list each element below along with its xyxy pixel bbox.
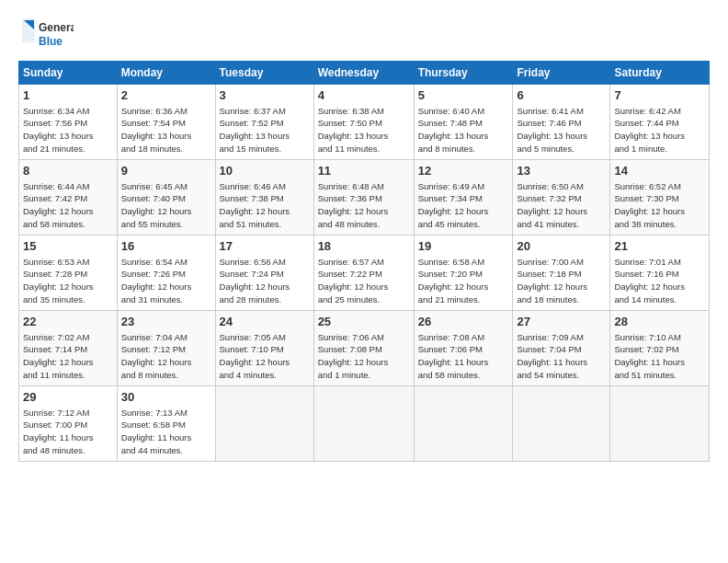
day-info: Sunrise: 6:45 AM Sunset: 7:40 PM Dayligh… [121, 181, 192, 229]
day-number: 13 [517, 163, 606, 179]
calendar-cell [215, 386, 313, 462]
day-number: 8 [23, 163, 113, 179]
day-info: Sunrise: 6:34 AM Sunset: 7:56 PM Dayligh… [23, 106, 94, 154]
calendar-cell: 8Sunrise: 6:44 AM Sunset: 7:42 PM Daylig… [19, 160, 118, 236]
calendar-cell [313, 386, 414, 462]
day-number: 11 [318, 163, 410, 179]
day-info: Sunrise: 6:37 AM Sunset: 7:52 PM Dayligh… [220, 106, 290, 154]
calendar-cell: 6Sunrise: 6:41 AM Sunset: 7:46 PM Daylig… [513, 85, 610, 160]
calendar-cell: 16Sunrise: 6:54 AM Sunset: 7:26 PM Dayli… [117, 236, 215, 311]
weekday-header-tuesday: Tuesday [215, 62, 313, 85]
day-info: Sunrise: 7:06 AM Sunset: 7:08 PM Dayligh… [318, 332, 389, 380]
calendar-cell: 18Sunrise: 6:57 AM Sunset: 7:22 PM Dayli… [313, 236, 414, 311]
calendar-cell [610, 386, 710, 462]
day-number: 6 [517, 87, 606, 104]
weekday-header-saturday: Saturday [610, 62, 710, 85]
week-row-2: 8Sunrise: 6:44 AM Sunset: 7:42 PM Daylig… [19, 160, 710, 236]
calendar-cell: 28Sunrise: 7:10 AM Sunset: 7:02 PM Dayli… [610, 311, 710, 386]
calendar-cell: 12Sunrise: 6:49 AM Sunset: 7:34 PM Dayli… [414, 160, 513, 236]
day-number: 10 [220, 163, 310, 179]
day-info: Sunrise: 6:38 AM Sunset: 7:50 PM Dayligh… [318, 106, 389, 154]
day-number: 16 [121, 238, 211, 255]
calendar-cell: 20Sunrise: 7:00 AM Sunset: 7:18 PM Dayli… [513, 236, 610, 311]
day-info: Sunrise: 6:58 AM Sunset: 7:20 PM Dayligh… [418, 257, 489, 304]
day-number: 25 [318, 314, 410, 330]
day-number: 17 [220, 238, 310, 255]
day-info: Sunrise: 6:52 AM Sunset: 7:30 PM Dayligh… [614, 181, 685, 229]
day-info: Sunrise: 6:56 AM Sunset: 7:24 PM Dayligh… [220, 257, 290, 304]
day-info: Sunrise: 6:48 AM Sunset: 7:36 PM Dayligh… [318, 181, 389, 229]
svg-text:Blue: Blue [39, 35, 63, 48]
calendar-cell: 14Sunrise: 6:52 AM Sunset: 7:30 PM Dayli… [610, 160, 710, 236]
day-info: Sunrise: 6:40 AM Sunset: 7:48 PM Dayligh… [418, 106, 489, 154]
weekday-header-row: SundayMondayTuesdayWednesdayThursdayFrid… [19, 62, 710, 85]
day-number: 19 [418, 238, 509, 255]
day-number: 5 [418, 87, 509, 104]
day-number: 28 [614, 314, 705, 330]
calendar-cell: 15Sunrise: 6:53 AM Sunset: 7:28 PM Dayli… [19, 236, 118, 311]
calendar-table: SundayMondayTuesdayWednesdayThursdayFrid… [18, 61, 710, 462]
calendar-cell: 5Sunrise: 6:40 AM Sunset: 7:48 PM Daylig… [414, 85, 513, 160]
day-number: 29 [23, 389, 113, 406]
calendar-cell: 30Sunrise: 7:13 AM Sunset: 6:58 PM Dayli… [117, 386, 215, 462]
day-number: 4 [318, 87, 410, 104]
day-info: Sunrise: 7:04 AM Sunset: 7:12 PM Dayligh… [121, 332, 192, 380]
day-info: Sunrise: 6:49 AM Sunset: 7:34 PM Dayligh… [418, 181, 489, 229]
calendar-cell: 2Sunrise: 6:36 AM Sunset: 7:54 PM Daylig… [117, 85, 215, 160]
calendar-cell: 1Sunrise: 6:34 AM Sunset: 7:56 PM Daylig… [19, 85, 118, 160]
calendar-cell: 7Sunrise: 6:42 AM Sunset: 7:44 PM Daylig… [610, 85, 710, 160]
day-number: 1 [23, 87, 113, 104]
day-info: Sunrise: 6:54 AM Sunset: 7:26 PM Dayligh… [121, 257, 192, 304]
calendar-cell: 9Sunrise: 6:45 AM Sunset: 7:40 PM Daylig… [117, 160, 215, 236]
day-number: 30 [121, 389, 211, 406]
weekday-header-sunday: Sunday [19, 62, 118, 85]
calendar-cell: 17Sunrise: 6:56 AM Sunset: 7:24 PM Dayli… [215, 236, 313, 311]
day-info: Sunrise: 7:09 AM Sunset: 7:04 PM Dayligh… [517, 332, 587, 380]
weekday-header-friday: Friday [513, 62, 610, 85]
day-info: Sunrise: 7:01 AM Sunset: 7:16 PM Dayligh… [614, 257, 685, 304]
day-number: 26 [418, 314, 509, 330]
day-info: Sunrise: 7:05 AM Sunset: 7:10 PM Dayligh… [220, 332, 290, 380]
day-info: Sunrise: 6:44 AM Sunset: 7:42 PM Dayligh… [23, 181, 94, 229]
day-info: Sunrise: 6:50 AM Sunset: 7:32 PM Dayligh… [517, 181, 587, 229]
day-number: 24 [220, 314, 310, 330]
day-number: 7 [614, 87, 705, 104]
day-info: Sunrise: 7:10 AM Sunset: 7:02 PM Dayligh… [614, 332, 685, 380]
week-row-5: 29Sunrise: 7:12 AM Sunset: 7:00 PM Dayli… [19, 386, 710, 462]
day-info: Sunrise: 6:36 AM Sunset: 7:54 PM Dayligh… [121, 106, 192, 154]
day-number: 22 [23, 314, 113, 330]
day-number: 23 [121, 314, 211, 330]
calendar-cell: 26Sunrise: 7:08 AM Sunset: 7:06 PM Dayli… [414, 311, 513, 386]
calendar-cell: 10Sunrise: 6:46 AM Sunset: 7:38 PM Dayli… [215, 160, 313, 236]
calendar-cell: 24Sunrise: 7:05 AM Sunset: 7:10 PM Dayli… [215, 311, 313, 386]
header: GeneralBlue [18, 15, 710, 52]
day-info: Sunrise: 6:41 AM Sunset: 7:46 PM Dayligh… [517, 106, 587, 154]
day-number: 18 [318, 238, 410, 255]
week-row-1: 1Sunrise: 6:34 AM Sunset: 7:56 PM Daylig… [19, 85, 710, 160]
svg-text:General: General [39, 21, 74, 34]
calendar-cell: 3Sunrise: 6:37 AM Sunset: 7:52 PM Daylig… [215, 85, 313, 160]
day-number: 21 [614, 238, 705, 255]
day-info: Sunrise: 6:46 AM Sunset: 7:38 PM Dayligh… [220, 181, 290, 229]
calendar-cell: 22Sunrise: 7:02 AM Sunset: 7:14 PM Dayli… [19, 311, 118, 386]
logo-svg: GeneralBlue [18, 15, 74, 52]
day-info: Sunrise: 7:02 AM Sunset: 7:14 PM Dayligh… [23, 332, 94, 380]
day-info: Sunrise: 6:57 AM Sunset: 7:22 PM Dayligh… [318, 257, 389, 304]
logo: GeneralBlue [18, 15, 74, 52]
calendar-cell: 29Sunrise: 7:12 AM Sunset: 7:00 PM Dayli… [19, 386, 118, 462]
day-info: Sunrise: 7:12 AM Sunset: 7:00 PM Dayligh… [23, 408, 94, 455]
day-number: 2 [121, 87, 211, 104]
day-number: 27 [517, 314, 606, 330]
calendar-cell: 27Sunrise: 7:09 AM Sunset: 7:04 PM Dayli… [513, 311, 610, 386]
calendar-cell: 23Sunrise: 7:04 AM Sunset: 7:12 PM Dayli… [117, 311, 215, 386]
day-number: 12 [418, 163, 509, 179]
day-info: Sunrise: 7:08 AM Sunset: 7:06 PM Dayligh… [418, 332, 489, 380]
calendar-page: GeneralBlue SundayMondayTuesdayWednesday… [0, 0, 728, 563]
calendar-cell [414, 386, 513, 462]
weekday-header-wednesday: Wednesday [313, 62, 414, 85]
day-number: 3 [220, 87, 310, 104]
day-number: 14 [614, 163, 705, 179]
calendar-cell: 21Sunrise: 7:01 AM Sunset: 7:16 PM Dayli… [610, 236, 710, 311]
day-number: 9 [121, 163, 211, 179]
day-info: Sunrise: 7:13 AM Sunset: 6:58 PM Dayligh… [121, 408, 192, 455]
